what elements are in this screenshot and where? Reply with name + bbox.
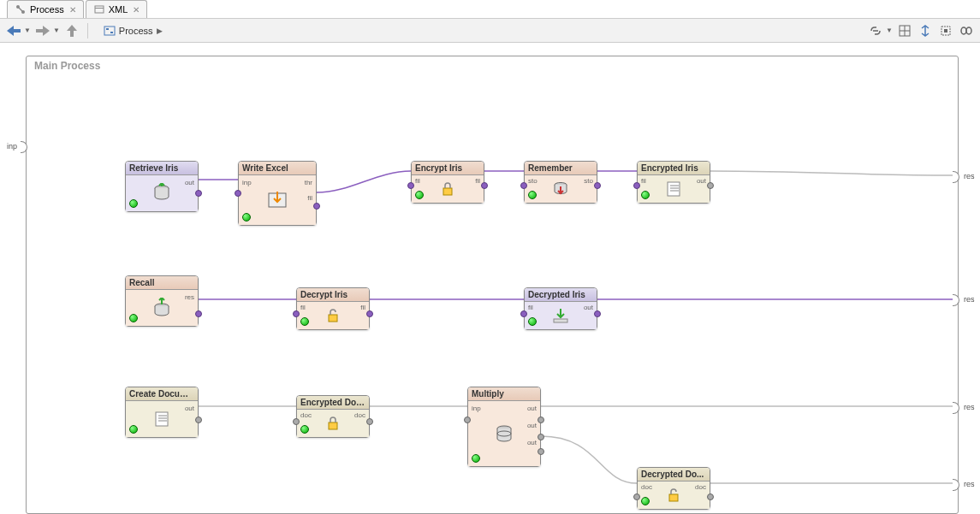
global-port-res[interactable] (953, 402, 961, 414)
port-label: out (527, 439, 537, 446)
node-multiply[interactable]: Multiply inp out out out (467, 387, 541, 467)
node-write-excel[interactable]: Write Excel inp thr fil (238, 161, 317, 226)
node-title: Write Excel (239, 162, 316, 175)
close-icon[interactable]: ✕ (69, 5, 76, 15)
port-label: out (584, 304, 593, 311)
global-port-res[interactable] (953, 171, 961, 183)
tab-xml[interactable]: XML ✕ (86, 0, 148, 18)
svg-rect-17 (443, 188, 452, 195)
tab-process[interactable]: Process ✕ (7, 0, 84, 18)
output-port[interactable] (538, 448, 544, 455)
separator (87, 23, 88, 38)
node-recall[interactable]: Recall res (125, 275, 199, 327)
arrange-button[interactable] (917, 22, 934, 39)
status-indicator (641, 191, 650, 199)
svg-line-2 (19, 8, 22, 11)
database-up-icon (150, 296, 174, 320)
node-create-docum[interactable]: Create Docum... out (125, 387, 199, 438)
node-title: Multiply (468, 387, 540, 401)
port-label: out (527, 405, 537, 412)
svg-rect-7 (110, 32, 113, 33)
select-button[interactable] (937, 22, 954, 39)
port-label: fil (415, 177, 420, 185)
tab-label: XML (109, 4, 128, 15)
node-title: Encrypted Doc... (297, 396, 369, 410)
node-remember[interactable]: Remember sto sto (524, 161, 597, 204)
svg-rect-30 (329, 422, 337, 429)
output-port[interactable] (195, 417, 202, 423)
output-port[interactable] (538, 417, 544, 423)
editor-tabs: Process ✕ XML ✕ (0, 0, 980, 19)
output-port[interactable] (594, 182, 601, 189)
chevron-down-icon[interactable]: ▼ (53, 27, 60, 34)
document-icon (662, 177, 686, 201)
output-port[interactable] (481, 182, 488, 189)
output-port[interactable] (366, 310, 373, 317)
unlock-icon (321, 304, 345, 328)
node-decrypt-iris[interactable]: Decrypt Iris fil fil (296, 287, 370, 330)
svg-rect-19 (668, 182, 680, 196)
input-port[interactable] (520, 310, 527, 317)
lock-icon (321, 411, 345, 435)
input-port[interactable] (464, 417, 471, 423)
status-indicator (242, 213, 251, 222)
output-port[interactable] (707, 182, 714, 189)
close-icon[interactable]: ✕ (133, 5, 140, 15)
status-indicator (129, 314, 138, 322)
input-port[interactable] (407, 182, 414, 189)
node-title: Decrypted Do... (638, 468, 710, 482)
canvas-title: Main Process (34, 60, 100, 72)
input-port[interactable] (633, 182, 640, 189)
node-decrypted-doc[interactable]: Decrypted Do... doc doc (637, 467, 710, 510)
port-label: fil (307, 194, 312, 202)
port-label: inp (242, 179, 252, 186)
nav-up-button[interactable] (63, 22, 80, 39)
input-port[interactable] (633, 493, 640, 500)
port-label: fil (528, 304, 533, 311)
global-port-inp[interactable] (21, 141, 29, 153)
svg-rect-33 (669, 494, 678, 501)
global-port-res[interactable] (953, 479, 961, 491)
output-port[interactable] (313, 203, 320, 210)
output-port[interactable] (538, 434, 544, 440)
port-label: fil (360, 304, 365, 311)
chevron-down-icon[interactable]: ▼ (886, 27, 893, 34)
chevron-down-icon[interactable]: ▼ (24, 27, 31, 34)
grid-button[interactable] (896, 22, 913, 39)
input-port[interactable] (293, 418, 300, 425)
port-label: out (185, 179, 194, 186)
chain-button[interactable] (958, 22, 975, 39)
input-port[interactable] (293, 310, 300, 317)
nav-back-button[interactable] (5, 22, 22, 39)
port-label: out (527, 422, 537, 429)
node-encrypt-iris[interactable]: Encrypt Iris fil fil (411, 161, 484, 204)
node-encrypted-iris[interactable]: Encrypted Iris fil out (637, 161, 710, 204)
output-port[interactable] (707, 493, 714, 500)
input-port[interactable] (235, 190, 241, 197)
output-port[interactable] (195, 310, 202, 317)
port-label: out (697, 177, 706, 185)
status-indicator (641, 497, 650, 505)
status-indicator (528, 191, 537, 199)
output-port[interactable] (366, 418, 373, 425)
svg-rect-26 (156, 412, 168, 426)
output-port[interactable] (594, 310, 601, 317)
global-port-res[interactable] (953, 294, 961, 306)
excel-write-icon (265, 188, 289, 212)
output-port[interactable] (195, 190, 202, 197)
breadcrumb[interactable]: Process ▶ (104, 25, 163, 37)
svg-rect-12 (944, 29, 947, 32)
breadcrumb-label: Process (119, 26, 153, 36)
link-button[interactable] (867, 22, 884, 39)
node-title: Encrypted Iris (638, 162, 710, 175)
node-decrypted-iris[interactable]: Decrypted Iris fil out (524, 287, 597, 330)
status-indicator (300, 317, 309, 326)
input-port[interactable] (520, 182, 527, 189)
node-encrypted-doc[interactable]: Encrypted Doc... doc doc (296, 395, 370, 438)
process-canvas[interactable]: Main Process inp res res res res res Ret… (0, 43, 980, 514)
status-indicator (129, 425, 138, 434)
node-retrieve-iris[interactable]: Retrieve Iris out (125, 161, 199, 212)
process-icon (104, 25, 116, 37)
status-indicator (300, 425, 309, 434)
nav-forward-button[interactable] (34, 22, 51, 39)
